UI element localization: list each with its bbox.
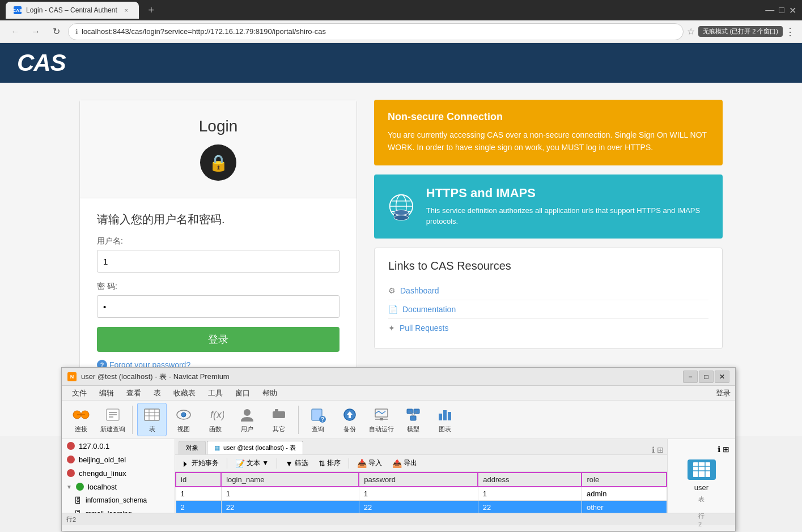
toolbar-separator-1 [132,406,133,434]
pull-requests-link[interactable]: Pull Requests [400,324,448,333]
new-tab-button[interactable]: + [143,2,159,18]
minimize-icon[interactable]: — [765,5,774,16]
grid-btn[interactable]: ⊞ [723,445,729,454]
table-big-icon [688,459,716,480]
documentation-link[interactable]: Documentation [402,305,456,314]
view-label: 视图 [177,425,190,433]
toolbar-table[interactable]: 表 [137,403,167,436]
server-icon [66,455,75,464]
toolbar-new-query[interactable]: 新建查询 [98,403,128,436]
toolbar-query[interactable]: ? 查询 [303,403,333,436]
text-icon: 📝 [235,459,245,468]
address-bar[interactable]: ℹ localhost:8443/cas/login?service=http:… [68,23,684,40]
links-box: Links to CAS Resources ⚙ Dashboard 📄 Doc… [374,248,723,349]
toolbar-chart[interactable]: 图表 [430,403,460,436]
menu-file[interactable]: 文件 [66,387,92,399]
sidebar-item-mmall[interactable]: 🗄 mmall_learning [62,507,175,513]
navicat-login-btn[interactable]: 登录 [716,388,731,398]
dashboard-link[interactable]: Dashboard [400,286,439,295]
red-indicator [67,456,75,463]
info-expand-btn[interactable]: ℹ [718,445,720,454]
password-input[interactable] [97,295,340,318]
menu-favorites[interactable]: 收藏表 [168,387,201,399]
sidebar-item-information-schema[interactable]: 🗄 information_schema [62,493,175,507]
sort-btn[interactable]: ⇅ 排序 [315,457,344,469]
forward-button[interactable]: → [27,23,44,40]
expand-button[interactable]: ⊞ [657,445,664,454]
import-btn[interactable]: 📥 导入 [354,457,385,469]
menu-tools[interactable]: 工具 [202,387,228,399]
object-browser-tab[interactable]: 对象 [179,441,206,454]
table-row[interactable]: 1 1 1 1 admin [176,487,667,501]
toolbar-auto-run[interactable]: 自动运行 [367,403,396,436]
toolbar-connect[interactable]: 连接 [66,403,96,436]
warning-text: You are currently accessing CAS over a n… [388,129,709,154]
transaction-icon: ⏵ [182,459,190,468]
cas-header: CAS [0,43,802,83]
refresh-button[interactable]: ↻ [48,23,65,40]
navicat-minimize-button[interactable]: − [683,371,698,383]
sidebar-item-localhost[interactable]: ▼ localhost [62,480,175,493]
globe-icon [388,191,415,221]
cell-password: 1 [359,487,478,501]
navicat-window: N user @test (localhost) - 表 - Navicat P… [61,367,736,531]
info-table-name: user [694,483,708,492]
filter-btn[interactable]: ▼ 筛选 [282,457,312,469]
sidebar-item-chengdu[interactable]: chengdu_linux [62,466,175,480]
sidebar-label: chengdu_linux [79,469,126,478]
info-button[interactable]: ℹ [652,445,655,454]
maximize-icon[interactable]: □ [779,5,784,16]
bookmark-button[interactable]: ☆ [687,26,695,37]
tab-close-button[interactable]: × [122,6,131,15]
toolbar-right: 无痕模式 (已打开 2 个窗口) ⋮ [698,25,795,38]
navicat-app-icon: N [67,372,77,381]
toolbar-view[interactable]: 视图 [169,403,198,436]
url-text: localhost:8443/cas/login?service=http://… [82,27,326,36]
menu-edit[interactable]: 编辑 [94,387,120,399]
export-icon: 📤 [392,459,402,468]
export-btn[interactable]: 📤 导出 [389,457,421,469]
toolbar-other[interactable]: 其它 [264,403,294,436]
back-button[interactable]: ← [7,23,24,40]
menu-window[interactable]: 窗口 [230,387,256,399]
svg-rect-33 [380,418,383,420]
svg-point-7 [394,215,409,220]
browser-menu-button[interactable]: ⋮ [785,25,795,38]
toolbar-backup[interactable]: 备份 [335,403,364,436]
db-icon: 🗄 [73,509,82,513]
table-row[interactable]: 2 22 22 22 other [176,501,667,513]
start-transaction-btn[interactable]: ⏵ 开始事务 [179,457,222,469]
nav-tab-bar: 对象 ▦ user @test (localhost) - 表 ℹ ⊞ [175,439,667,455]
username-label: 用户名: [97,236,340,246]
toolbar-sep [277,458,277,469]
menu-help[interactable]: 帮助 [257,387,283,399]
toolbar-function[interactable]: f(x) 函数 [201,403,230,436]
cell-login-name: 22 [221,501,359,513]
view-icon [175,406,193,424]
other-icon [270,406,288,424]
username-input[interactable] [97,250,340,273]
toolbar-user[interactable]: 用户 [232,403,262,436]
browser-tab[interactable]: CAS Login - CAS – Central Authent × [6,2,139,19]
col-role: role [582,473,667,487]
menu-table[interactable]: 表 [148,387,167,399]
other-label: 其它 [273,425,285,433]
collapse-arrow: ▼ [66,484,72,490]
navicat-maximize-button[interactable]: □ [699,371,714,383]
toolbar-model[interactable]: 模型 [398,403,428,436]
menu-view[interactable]: 查看 [121,387,147,399]
navicat-close-button[interactable]: ✕ [715,371,729,383]
table-tab-icon: ▦ [214,444,220,452]
nav-sidebar: 127.0.0.1 beijing_old_tel chengdu_linux … [62,439,175,513]
close-icon[interactable]: ✕ [789,5,796,16]
navicat-titlebar: N user @test (localhost) - 表 - Navicat P… [62,368,735,386]
login-button[interactable]: 登录 [97,327,340,352]
sidebar-item-127[interactable]: 127.0.0.1 [62,439,175,453]
user-icon [238,406,256,424]
text-btn[interactable]: 📝 文本 ▼ [232,457,272,469]
status-row-value: 2 [73,516,76,523]
table-tab[interactable]: ▦ user @test (localhost) - 表 [207,441,303,454]
object-tab-label: 对象 [186,444,198,452]
status-row-label: 行 [66,515,73,524]
sidebar-item-beijing[interactable]: beijing_old_tel [62,453,175,466]
